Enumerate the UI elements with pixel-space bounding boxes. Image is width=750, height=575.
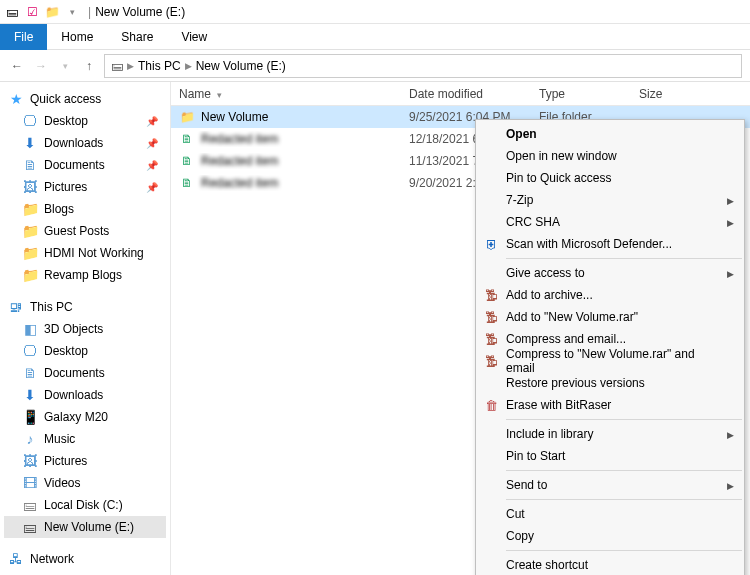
context-erase-with-bitraser[interactable]: Erase with BitRaser	[478, 394, 742, 416]
context-compress-to-new-volume-rar-and-email[interactable]: Compress to "New Volume.rar" and email	[478, 350, 742, 372]
context-open[interactable]: Open	[478, 123, 742, 145]
drive-icon	[111, 59, 123, 73]
sidebar-item-label: 3D Objects	[44, 322, 103, 336]
pin-icon: 📌	[146, 138, 158, 149]
sidebar-item-local-disk-c-[interactable]: Local Disk (C:)	[4, 494, 166, 516]
file-icon	[179, 175, 195, 191]
context-item-label: Give access to	[506, 266, 585, 280]
context-cut[interactable]: Cut	[478, 503, 742, 525]
sidebar-item-label: Revamp Blogs	[44, 268, 122, 282]
context-create-shortcut[interactable]: Create shortcut	[478, 554, 742, 575]
ribbon: File Home Share View	[0, 24, 750, 50]
column-size[interactable]: Size	[631, 87, 701, 101]
context-restore-previous-versions[interactable]: Restore previous versions	[478, 372, 742, 394]
sidebar-item-desktop[interactable]: Desktop📌	[4, 110, 166, 132]
forward-button[interactable]: →	[32, 57, 50, 75]
context-include-in-library[interactable]: Include in library	[478, 423, 742, 445]
column-type[interactable]: Type	[531, 87, 631, 101]
sidebar-item-galaxy-m20[interactable]: Galaxy M20	[4, 406, 166, 428]
recent-dropdown[interactable]: ▾	[56, 57, 74, 75]
context-item-label: Copy	[506, 529, 534, 543]
context-item-label: Open in new window	[506, 149, 617, 163]
sidebar-item-guest-posts[interactable]: Guest Posts	[4, 220, 166, 242]
folder-icon	[22, 179, 38, 195]
sidebar-item-hdmi-not-working[interactable]: HDMI Not Working	[4, 242, 166, 264]
context-scan-with-microsoft-defender[interactable]: Scan with Microsoft Defender...	[478, 233, 742, 255]
context-add-to-new-volume-rar[interactable]: Add to "New Volume.rar"	[478, 306, 742, 328]
breadcrumb-root[interactable]: This PC	[138, 59, 181, 73]
context-7-zip[interactable]: 7-Zip	[478, 189, 742, 211]
pin-icon: 📌	[146, 160, 158, 171]
file-icon	[179, 153, 195, 169]
sidebar-item-pictures[interactable]: Pictures	[4, 450, 166, 472]
column-headers: Name Date modified Type Size	[171, 82, 750, 106]
context-copy[interactable]: Copy	[478, 525, 742, 547]
context-crc-sha[interactable]: CRC SHA	[478, 211, 742, 233]
up-button[interactable]: ↑	[80, 57, 98, 75]
context-add-to-archive[interactable]: Add to archive...	[478, 284, 742, 306]
item-icon	[22, 497, 38, 513]
tab-file[interactable]: File	[0, 24, 47, 50]
sidebar-header-label: Network	[30, 552, 74, 566]
sidebar-network[interactable]: Network	[4, 548, 166, 570]
sidebar-this-pc[interactable]: This PC	[4, 296, 166, 318]
item-icon	[22, 519, 38, 535]
tab-home[interactable]: Home	[47, 24, 107, 50]
sidebar-item-pictures[interactable]: Pictures📌	[4, 176, 166, 198]
network-icon	[8, 551, 24, 567]
sidebar-item-blogs[interactable]: Blogs	[4, 198, 166, 220]
sidebar-item-label: Documents	[44, 366, 105, 380]
context-item-label: Pin to Quick access	[506, 171, 611, 185]
context-item-label: CRC SHA	[506, 215, 560, 229]
sidebar-item-3d-objects[interactable]: 3D Objects	[4, 318, 166, 340]
context-item-label: Add to archive...	[506, 288, 593, 302]
breadcrumb-current[interactable]: New Volume (E:)	[196, 59, 286, 73]
chevron-icon	[127, 60, 134, 71]
sidebar-item-videos[interactable]: Videos	[4, 472, 166, 494]
star-icon	[8, 91, 24, 107]
context-open-in-new-window[interactable]: Open in new window	[478, 145, 742, 167]
sidebar-item-label: Pictures	[44, 454, 87, 468]
context-item-label: Open	[506, 127, 537, 141]
context-pin-to-quick-access[interactable]: Pin to Quick access	[478, 167, 742, 189]
context-menu: OpenOpen in new windowPin to Quick acces…	[475, 119, 745, 575]
sidebar-item-label: Desktop	[44, 114, 88, 128]
context-item-label: Include in library	[506, 427, 593, 441]
sidebar-item-label: Blogs	[44, 202, 74, 216]
sidebar-item-desktop[interactable]: Desktop	[4, 340, 166, 362]
books-icon	[482, 352, 500, 370]
title-separator: |	[88, 5, 91, 19]
sidebar-item-downloads[interactable]: Downloads	[4, 384, 166, 406]
dropdown-icon[interactable]: ▾	[64, 4, 80, 20]
file-icon	[179, 131, 195, 147]
sidebar-item-revamp-blogs[interactable]: Revamp Blogs	[4, 264, 166, 286]
sidebar-item-label: Desktop	[44, 344, 88, 358]
context-give-access-to[interactable]: Give access to	[478, 262, 742, 284]
sidebar-item-downloads[interactable]: Downloads📌	[4, 132, 166, 154]
sidebar-item-label: Galaxy M20	[44, 410, 108, 424]
sidebar-item-music[interactable]: Music	[4, 428, 166, 450]
sidebar-quick-access[interactable]: Quick access	[4, 88, 166, 110]
item-icon	[22, 475, 38, 491]
context-send-to[interactable]: Send to	[478, 474, 742, 496]
file-name: Redacted item	[201, 154, 278, 168]
context-pin-to-start[interactable]: Pin to Start	[478, 445, 742, 467]
column-date[interactable]: Date modified	[401, 87, 531, 101]
folder-icon	[22, 223, 38, 239]
tab-share[interactable]: Share	[107, 24, 167, 50]
pin-icon: 📌	[146, 116, 158, 127]
column-name[interactable]: Name	[171, 87, 401, 101]
breadcrumb[interactable]: This PC New Volume (E:)	[104, 54, 742, 78]
item-icon	[22, 365, 38, 381]
sidebar-item-documents[interactable]: Documents📌	[4, 154, 166, 176]
books-icon	[482, 286, 500, 304]
sidebar-item-new-volume-e-[interactable]: New Volume (E:)	[4, 516, 166, 538]
sidebar-header-label: This PC	[30, 300, 73, 314]
item-icon	[22, 321, 38, 337]
back-button[interactable]: ←	[8, 57, 26, 75]
tab-view[interactable]: View	[167, 24, 221, 50]
pc-icon	[8, 299, 24, 315]
context-separator	[506, 499, 742, 500]
item-icon	[22, 343, 38, 359]
sidebar-item-documents[interactable]: Documents	[4, 362, 166, 384]
